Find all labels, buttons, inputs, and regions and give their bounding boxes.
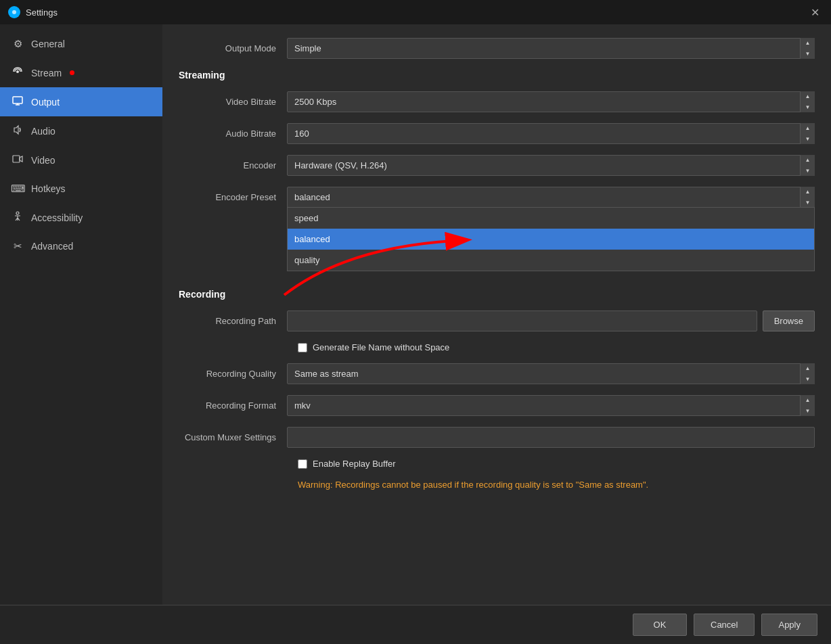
stream-badge — [70, 70, 74, 75]
sidebar-item-output[interactable]: Output — [0, 87, 162, 116]
encoder-spinner: ▲ ▼ — [287, 155, 815, 176]
sidebar-label-stream: Stream — [31, 68, 62, 78]
custom-muxer-row: Custom Muxer Settings — [179, 427, 815, 448]
dropdown-option-balanced[interactable]: balanced — [288, 229, 814, 250]
recording-format-input[interactable] — [287, 395, 815, 416]
sidebar-item-advanced[interactable]: ✂ Advanced — [0, 232, 162, 260]
output-mode-label: Output Mode — [179, 43, 287, 53]
titlebar: Settings ✕ — [0, 0, 831, 24]
close-button[interactable]: ✕ — [807, 4, 823, 20]
encoder-preset-label: Encoder Preset — [179, 187, 287, 202]
svg-rect-4 — [13, 156, 20, 162]
recording-quality-down[interactable]: ▼ — [801, 374, 815, 385]
encoder-control: ▲ ▼ — [287, 155, 815, 176]
output-mode-spinner: ▲ ▼ — [287, 38, 815, 59]
recording-path-row: Recording Path Browse — [179, 310, 815, 331]
sidebar-item-general[interactable]: ⚙ General — [0, 30, 162, 58]
audio-bitrate-up[interactable]: ▲ — [801, 123, 815, 134]
output-mode-input[interactable] — [287, 38, 815, 59]
recording-format-label: Recording Format — [179, 400, 287, 411]
dropdown-option-quality[interactable]: quality — [288, 250, 814, 271]
content-area: ⚙ General Stream — [0, 24, 831, 605]
recording-format-control: ▲ ▼ — [287, 395, 815, 416]
output-mode-arrows: ▲ ▼ — [800, 38, 815, 59]
gear-icon: ⚙ — [11, 38, 24, 50]
recording-quality-spinner: ▲ ▼ — [287, 363, 815, 384]
encoder-preset-arrows: ▲ ▼ — [800, 187, 815, 208]
sidebar-item-accessibility[interactable]: Accessibility — [0, 203, 162, 232]
svg-point-2 — [16, 70, 19, 73]
sidebar-item-audio[interactable]: Audio — [0, 116, 162, 145]
encoder-preset-input[interactable] — [287, 187, 815, 208]
sidebar-item-hotkeys[interactable]: ⌨ Hotkeys — [0, 175, 162, 203]
accessibility-icon — [11, 211, 24, 224]
encoder-arrows: ▲ ▼ — [800, 155, 815, 176]
sidebar-label-hotkeys: Hotkeys — [31, 183, 66, 194]
recording-path-input[interactable] — [287, 310, 757, 331]
audio-bitrate-down[interactable]: ▼ — [801, 134, 815, 145]
video-bitrate-up[interactable]: ▲ — [801, 91, 815, 102]
browse-button[interactable]: Browse — [763, 310, 815, 331]
recording-quality-up[interactable]: ▲ — [801, 363, 815, 374]
recording-path-control: Browse — [287, 310, 815, 331]
sidebar-label-general: General — [31, 39, 65, 49]
video-bitrate-input[interactable] — [287, 91, 815, 112]
recording-format-up[interactable]: ▲ — [801, 395, 815, 406]
sidebar-label-output: Output — [31, 97, 60, 108]
advanced-icon: ✂ — [11, 240, 24, 252]
sidebar-item-video[interactable]: Video — [0, 145, 162, 175]
recording-format-arrows: ▲ ▼ — [800, 395, 815, 416]
sidebar-label-advanced: Advanced — [31, 241, 73, 252]
dropdown-option-speed[interactable]: speed — [288, 208, 814, 229]
encoder-preset-control: ▲ ▼ speed balanced quality — [287, 187, 815, 208]
recording-format-row: Recording Format ▲ ▼ — [179, 395, 815, 416]
enable-replay-checkbox[interactable] — [298, 459, 307, 469]
video-bitrate-down[interactable]: ▼ — [801, 102, 815, 113]
encoder-preset-up[interactable]: ▲ — [801, 187, 815, 198]
titlebar-left: Settings — [8, 6, 58, 18]
video-icon — [11, 154, 24, 166]
sidebar-label-accessibility: Accessibility — [31, 212, 83, 223]
svg-point-5 — [16, 212, 19, 214]
apply-button[interactable]: Apply — [761, 614, 817, 636]
audio-bitrate-label: Audio Bitrate — [179, 129, 287, 139]
video-bitrate-control: ▲ ▼ — [287, 91, 815, 112]
video-bitrate-row: Video Bitrate ▲ ▼ — [179, 91, 815, 112]
encoder-input[interactable] — [287, 155, 815, 176]
enable-replay-row: Enable Replay Buffer — [298, 459, 815, 469]
encoder-label: Encoder — [179, 160, 287, 170]
audio-bitrate-arrows: ▲ ▼ — [800, 123, 815, 144]
output-mode-up[interactable]: ▲ — [801, 38, 815, 49]
window-title: Settings — [26, 7, 58, 18]
output-mode-down[interactable]: ▼ — [801, 49, 815, 60]
recording-format-down[interactable]: ▼ — [801, 406, 815, 417]
sidebar-item-stream[interactable]: Stream — [0, 58, 162, 87]
audio-icon — [11, 124, 24, 137]
sidebar-label-video: Video — [31, 155, 55, 166]
audio-bitrate-input[interactable] — [287, 123, 815, 144]
browse-row: Browse — [287, 310, 815, 331]
generate-filename-checkbox[interactable] — [298, 343, 307, 352]
encoder-down[interactable]: ▼ — [801, 166, 815, 177]
custom-muxer-input[interactable] — [287, 427, 815, 448]
recording-quality-input[interactable] — [287, 363, 815, 384]
encoder-row: Encoder ▲ ▼ — [179, 155, 815, 176]
video-bitrate-arrows: ▲ ▼ — [800, 91, 815, 112]
audio-bitrate-spinner: ▲ ▼ — [287, 123, 815, 144]
stream-icon — [11, 66, 24, 79]
cancel-button[interactable]: Cancel — [694, 614, 755, 636]
output-mode-control: ▲ ▼ — [287, 38, 815, 59]
audio-bitrate-control: ▲ ▼ — [287, 123, 815, 144]
encoder-up[interactable]: ▲ — [801, 155, 815, 166]
output-mode-row: Output Mode ▲ ▼ — [179, 38, 815, 59]
recording-quality-control: ▲ ▼ — [287, 363, 815, 384]
video-bitrate-label: Video Bitrate — [179, 97, 287, 107]
custom-muxer-control — [287, 427, 815, 448]
footer: OK Cancel Apply — [0, 605, 831, 644]
video-bitrate-spinner: ▲ ▼ — [287, 91, 815, 112]
settings-window: Settings ✕ ⚙ General Stream — [0, 0, 831, 644]
encoder-preset-down[interactable]: ▼ — [801, 198, 815, 208]
recording-format-spinner: ▲ ▼ — [287, 395, 815, 416]
ok-button[interactable]: OK — [633, 614, 687, 636]
generate-filename-row: Generate File Name without Space — [298, 342, 815, 352]
